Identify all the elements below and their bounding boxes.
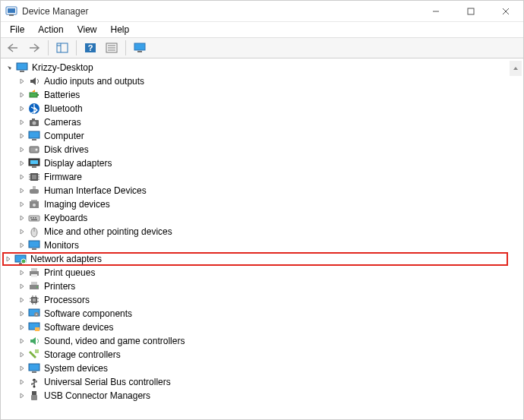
tree-item[interactable]: Software devices bbox=[2, 321, 508, 334]
chevron-right-icon[interactable] bbox=[17, 377, 27, 387]
device-tree[interactable]: Krizzy-Desktop Audio inputs and outputs … bbox=[2, 61, 508, 419]
chevron-right-icon[interactable] bbox=[17, 364, 27, 373]
menu-bar: File Action View Help bbox=[1, 22, 523, 37]
tree-item[interactable]: Mice and other pointing devices bbox=[2, 225, 508, 238]
network-icon bbox=[14, 253, 27, 265]
svg-rect-21 bbox=[37, 94, 39, 96]
maximize-button[interactable] bbox=[453, 1, 488, 22]
tree-item[interactable]: Batteries bbox=[2, 88, 508, 102]
chevron-right-icon[interactable] bbox=[17, 118, 27, 127]
tree-item[interactable]: Network adapters bbox=[2, 252, 508, 266]
tree-item[interactable]: Storage controllers bbox=[2, 348, 508, 362]
title-bar: Device Manager bbox=[1, 1, 523, 22]
tree-item[interactable]: Computer bbox=[2, 129, 508, 143]
tree-item[interactable]: Print queues bbox=[2, 266, 508, 279]
nav-forward-icon bbox=[28, 43, 40, 53]
svg-rect-50 bbox=[31, 219, 37, 221]
chevron-right-icon[interactable] bbox=[17, 241, 27, 250]
tree-item[interactable]: Bluetooth bbox=[2, 102, 508, 115]
battery-icon bbox=[28, 89, 40, 101]
svg-point-76 bbox=[36, 314, 37, 315]
tree-item-label: Keyboards bbox=[44, 211, 87, 225]
computer-icon bbox=[16, 62, 28, 74]
tree-item-label: Bluetooth bbox=[44, 102, 83, 115]
mouse-icon bbox=[28, 226, 40, 238]
tree-item[interactable]: Monitors bbox=[2, 238, 508, 252]
tree-item[interactable]: Display adapters bbox=[2, 156, 508, 170]
menu-help[interactable]: Help bbox=[105, 22, 136, 37]
tree-item[interactable]: Keyboards bbox=[2, 211, 508, 225]
tree-root-label: Krizzy-Desktop bbox=[32, 61, 93, 74]
properties-button[interactable] bbox=[103, 39, 121, 56]
chevron-right-icon[interactable] bbox=[17, 90, 27, 99]
chevron-right-icon[interactable] bbox=[17, 186, 27, 195]
chevron-right-icon[interactable] bbox=[17, 145, 27, 154]
help-button[interactable]: ? bbox=[81, 39, 99, 56]
nav-forward-button[interactable] bbox=[25, 39, 43, 56]
cpu-icon bbox=[28, 294, 40, 306]
chevron-right-icon[interactable] bbox=[17, 200, 27, 209]
chevron-right-icon[interactable] bbox=[17, 213, 27, 223]
tree-item[interactable]: Imaging devices bbox=[2, 197, 508, 211]
chevron-right-icon[interactable] bbox=[17, 309, 27, 318]
tree-item[interactable]: Processors bbox=[2, 293, 508, 307]
print-queue-icon bbox=[28, 267, 40, 279]
chevron-right-icon[interactable] bbox=[17, 172, 27, 182]
tree-root[interactable]: Krizzy-Desktop bbox=[2, 61, 508, 74]
tree-item[interactable]: Universal Serial Bus controllers bbox=[2, 375, 508, 389]
tree-item[interactable]: Firmware bbox=[2, 170, 508, 184]
svg-rect-1 bbox=[8, 8, 15, 13]
svg-rect-53 bbox=[29, 241, 39, 248]
tree-item-label: Disk drives bbox=[44, 143, 89, 156]
scrollbar-up[interactable] bbox=[510, 61, 522, 76]
svg-rect-42 bbox=[33, 186, 36, 189]
tree-item[interactable]: Software components bbox=[2, 307, 508, 321]
tree-item-label: Monitors bbox=[44, 238, 79, 252]
chevron-right-icon[interactable] bbox=[17, 295, 27, 305]
menu-view[interactable]: View bbox=[71, 22, 103, 37]
devices-button[interactable] bbox=[131, 39, 149, 56]
chevron-right-icon[interactable] bbox=[17, 268, 27, 277]
tree-item[interactable]: Printers bbox=[2, 279, 508, 293]
show-hide-tree-button[interactable] bbox=[53, 39, 71, 56]
menu-file[interactable]: File bbox=[4, 22, 30, 37]
tree-item[interactable]: Cameras bbox=[2, 115, 508, 129]
svg-rect-17 bbox=[137, 51, 142, 52]
chevron-right-icon[interactable] bbox=[17, 131, 27, 141]
toolbar-separator bbox=[48, 40, 49, 55]
tree-item[interactable]: Human Interface Devices bbox=[2, 184, 508, 197]
tree-item[interactable]: Sound, video and game controllers bbox=[2, 334, 508, 348]
tree-item[interactable]: USB Connector Managers bbox=[2, 389, 508, 403]
chevron-right-icon[interactable] bbox=[17, 336, 27, 346]
printer-icon bbox=[28, 280, 40, 292]
svg-rect-81 bbox=[32, 371, 36, 373]
hid-icon bbox=[28, 185, 40, 197]
chevron-right-icon[interactable] bbox=[4, 254, 13, 264]
nav-back-button[interactable] bbox=[4, 39, 22, 56]
software-device-icon bbox=[28, 321, 40, 333]
chevron-right-icon[interactable] bbox=[17, 391, 27, 400]
tree-item-label: USB Connector Managers bbox=[44, 389, 150, 403]
svg-rect-48 bbox=[33, 217, 34, 219]
tree-item-label: Software components bbox=[44, 307, 132, 321]
svg-point-45 bbox=[33, 204, 36, 207]
chevron-down-icon[interactable] bbox=[5, 63, 14, 72]
chevron-right-icon[interactable] bbox=[17, 323, 27, 332]
svg-rect-18 bbox=[17, 63, 27, 70]
chevron-right-icon[interactable] bbox=[17, 77, 27, 86]
chevron-right-icon[interactable] bbox=[17, 104, 27, 113]
chevron-right-icon[interactable] bbox=[17, 350, 27, 359]
minimize-button[interactable] bbox=[418, 1, 453, 22]
tree-item[interactable]: Disk drives bbox=[2, 143, 508, 156]
chevron-right-icon[interactable] bbox=[17, 159, 27, 168]
svg-point-29 bbox=[36, 149, 38, 151]
tree-item[interactable]: Audio inputs and outputs bbox=[2, 74, 508, 88]
tree-item[interactable]: System devices bbox=[2, 362, 508, 375]
menu-action[interactable]: Action bbox=[32, 22, 69, 37]
chevron-right-icon[interactable] bbox=[17, 227, 27, 236]
svg-rect-7 bbox=[57, 43, 68, 52]
svg-rect-32 bbox=[32, 166, 36, 168]
close-button[interactable] bbox=[488, 1, 523, 22]
monitor-icon bbox=[28, 130, 40, 142]
chevron-right-icon[interactable] bbox=[17, 282, 27, 291]
